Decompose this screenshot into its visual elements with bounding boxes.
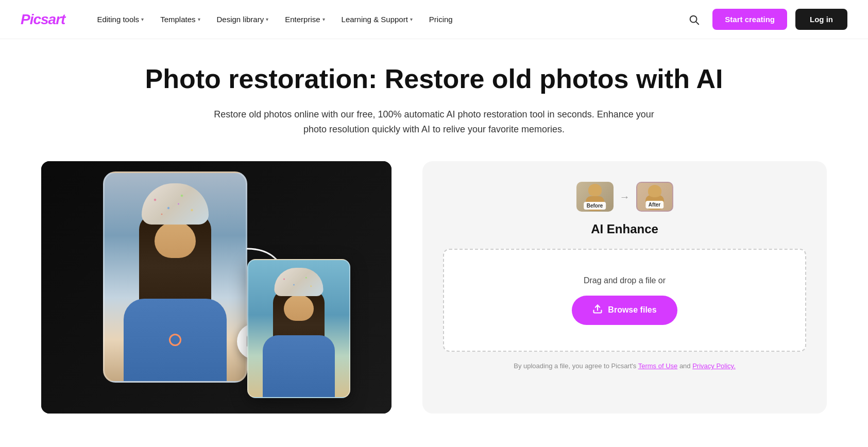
chevron-down-icon: ▾: [322, 16, 325, 22]
hat-small-pattern: [275, 268, 324, 296]
upload-icon: [592, 304, 603, 317]
picsart-logo[interactable]: Picsart: [21, 11, 65, 28]
main-content: Photo restoration: Restore old photos wi…: [0, 39, 868, 444]
main-nav: Editing tools ▾ Templates ▾ Design libra…: [90, 11, 684, 28]
body-main: [124, 299, 227, 381]
header-actions: Start creating Log in: [684, 9, 847, 30]
before-after-preview: Before → After: [576, 182, 673, 212]
after-thumb: After: [636, 182, 673, 212]
photo-demo-area: [41, 161, 392, 414]
login-button[interactable]: Log in: [795, 9, 847, 30]
browse-files-button[interactable]: Browse files: [572, 296, 677, 325]
nav-item-templates[interactable]: Templates ▾: [153, 11, 207, 28]
after-label: After: [645, 201, 663, 209]
before-label: Before: [584, 202, 606, 210]
before-thumb: Before: [576, 182, 614, 212]
photo-demo-inner: [41, 161, 392, 414]
chevron-down-icon: ▾: [198, 16, 200, 22]
nav-item-pricing[interactable]: Pricing: [422, 11, 460, 28]
content-area: Before → After AI Enhance Drag and drop …: [41, 161, 827, 414]
dog-head-shape: [588, 184, 602, 196]
flower-decoration: [165, 330, 185, 350]
start-creating-button[interactable]: Start creating: [712, 9, 787, 30]
legal-text: By uploading a file, you agree to Picsar…: [514, 362, 736, 370]
chevron-down-icon: ▾: [410, 16, 413, 22]
search-button[interactable]: [684, 9, 704, 30]
hat-pattern: [142, 183, 209, 225]
browse-files-label: Browse files: [608, 305, 656, 315]
svg-line-1: [696, 22, 699, 24]
dropzone-text: Drag and drop a file or: [584, 276, 666, 285]
face-small: [284, 295, 314, 321]
hat-main: [142, 183, 209, 225]
face-main: [155, 222, 196, 258]
body-small: [263, 335, 335, 397]
upload-panel: Before → After AI Enhance Drag and drop …: [422, 161, 827, 414]
dog-head-shape-after: [648, 185, 661, 197]
nav-item-editing-tools[interactable]: Editing tools ▾: [90, 11, 151, 28]
search-icon: [688, 14, 700, 25]
nav-item-design-library[interactable]: Design library ▾: [210, 11, 276, 28]
before-after-arrow: →: [620, 191, 630, 203]
page-subtitle: Restore old photos online with our free,…: [202, 107, 666, 137]
dropzone[interactable]: Drag and drop a file or Browse files: [443, 249, 806, 352]
page-title: Photo restoration: Restore old photos wi…: [41, 64, 827, 95]
header: Picsart Editing tools ▾ Templates ▾ Desi…: [0, 0, 868, 39]
small-photo-card: [247, 259, 350, 398]
privacy-policy-link[interactable]: Privacy Policy.: [692, 362, 736, 370]
hat-small: [275, 268, 324, 296]
chevron-down-icon: ▾: [141, 16, 144, 22]
nav-item-enterprise[interactable]: Enterprise ▾: [278, 11, 332, 28]
panel-title: AI Enhance: [591, 222, 658, 236]
chevron-down-icon: ▾: [266, 16, 268, 22]
flower-circle: [169, 334, 181, 346]
nav-item-learning-support[interactable]: Learning & Support ▾: [334, 11, 420, 28]
terms-of-use-link[interactable]: Terms of Use: [638, 362, 678, 370]
main-photo-card: [103, 171, 247, 383]
